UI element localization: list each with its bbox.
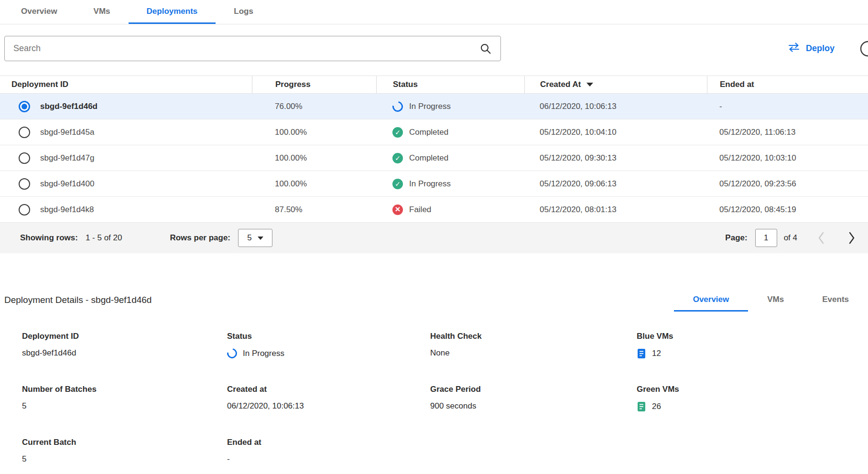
field-number-of-batches: Number of Batches 5 (22, 385, 227, 412)
deploy-button[interactable]: Deploy (788, 43, 835, 54)
status-icon (392, 179, 403, 189)
details-title: Deployment Details - sbgd-9ef1d46d (4, 295, 152, 305)
tab-deployments[interactable]: Deployments (129, 0, 216, 24)
rows-per-page-select[interactable]: 5 (238, 229, 272, 247)
column-header-progress: Progress (252, 76, 376, 93)
radio-button[interactable] (19, 204, 30, 215)
rows-per-page-label: Rows per page: (170, 233, 230, 243)
search-icon (479, 43, 492, 55)
sort-descending-icon (586, 83, 593, 86)
status-label: Completed (409, 153, 448, 163)
tab-vms[interactable]: VMs (76, 0, 129, 24)
table-footer: Showing rows: 1 - 5 of 20 Rows per page:… (0, 223, 868, 253)
rows-per-page-value: 5 (247, 233, 251, 243)
details-tab-overview[interactable]: Overview (674, 289, 749, 312)
in-progress-spinner-icon (225, 346, 239, 360)
previous-page-button[interactable] (817, 231, 825, 245)
deployment-id: sbgd-9ef1d47g (40, 153, 94, 163)
column-header-deployment-id: Deployment ID (0, 76, 252, 93)
progress-value: 100.00% (252, 128, 376, 137)
showing-rows-value: 1 - 5 of 20 (86, 233, 122, 243)
green-vm-icon (637, 401, 646, 412)
field-status: Status In Progress (227, 332, 430, 359)
column-header-status: Status (376, 76, 524, 93)
page-controls: Page: of 4 (725, 229, 856, 247)
created-at-value: 06/12/2020, 10:06:13 (524, 102, 707, 111)
table-header: Deployment ID Progress Status Created At… (0, 75, 868, 94)
progress-value: 87.50% (252, 205, 376, 215)
field-deployment-id: Deployment ID sbgd-9ef1d46d (22, 332, 227, 359)
status-label: Completed (409, 128, 448, 137)
deployments-page: Overview VMs Deployments Logs Deploy Dep… (0, 0, 868, 474)
details-tab-events[interactable]: Events (803, 289, 868, 312)
created-at-value: 05/12/2020, 09:06:13 (524, 179, 707, 189)
table-row[interactable]: sbgd-9ef1d4k8 87.50% Failed 05/12/2020, … (0, 197, 868, 223)
page-label: Page: (725, 233, 747, 243)
created-at-value: 05/12/2020, 10:04:10 (524, 128, 707, 137)
details-tab-bar: Overview VMs Events (674, 289, 868, 312)
status-icon (391, 99, 405, 114)
table-row[interactable]: sbgd-9ef1d46d 76.00% In Progress 06/12/2… (0, 94, 868, 119)
field-current-batch: Current Batch 5 (22, 438, 227, 464)
blue-vm-icon (637, 348, 646, 359)
table-row[interactable]: sbgd-9ef1d400 100.00% In Progress 05/12/… (0, 171, 868, 197)
field-green-vms: Green VMs 26 (637, 385, 868, 412)
column-header-ended-at: Ended at (707, 76, 868, 93)
radio-button[interactable] (19, 127, 30, 138)
status-label: In Progress (409, 102, 451, 111)
status-label: In Progress (409, 179, 451, 189)
ended-at-value: - (707, 102, 868, 111)
progress-value: 100.00% (252, 153, 376, 163)
created-at-value: 05/12/2020, 08:01:13 (524, 205, 707, 215)
status-icon (392, 127, 403, 138)
table-row[interactable]: sbgd-9ef1d47g 100.00% Completed 05/12/20… (0, 145, 868, 171)
progress-value: 100.00% (252, 179, 376, 189)
showing-rows-label: Showing rows: (20, 233, 78, 243)
deployment-id: sbgd-9ef1d45a (40, 128, 94, 137)
deploy-icon (788, 43, 800, 54)
top-tab-bar: Overview VMs Deployments Logs (0, 0, 868, 24)
table-row[interactable]: sbgd-9ef1d45a 100.00% Completed 05/12/20… (0, 119, 868, 145)
column-header-created-at[interactable]: Created At (524, 76, 707, 93)
radio-button[interactable] (19, 178, 30, 190)
deployment-id: sbgd-9ef1d46d (40, 102, 98, 111)
search-box (4, 36, 501, 61)
field-created-at: Created at 06/12/2020, 10:06:13 (227, 385, 430, 412)
ended-at-value: 05/12/2020, 09:23:56 (707, 179, 868, 189)
radio-button[interactable] (19, 152, 30, 164)
deployments-table: Deployment ID Progress Status Created At… (0, 75, 868, 253)
ended-at-value: 05/12/2020, 08:45:19 (707, 205, 868, 215)
field-blue-vms: Blue VMs 12 (637, 332, 868, 359)
search-input[interactable] (13, 43, 479, 54)
deployment-id: sbgd-9ef1d400 (40, 179, 94, 189)
field-ended-at: Ended at - (227, 438, 430, 464)
created-at-value: 05/12/2020, 09:30:13 (524, 153, 707, 163)
next-page-button[interactable] (848, 231, 856, 245)
details-header: Deployment Details - sbgd-9ef1d46d Overv… (0, 289, 868, 312)
field-grace-period: Grace Period 900 seconds (430, 385, 637, 412)
field-health-check: Health Check None (430, 332, 637, 359)
status-icon (392, 153, 403, 163)
page-total: of 4 (784, 233, 797, 243)
refresh-icon[interactable] (859, 40, 868, 58)
status-icon (392, 205, 403, 215)
radio-button[interactable] (19, 101, 30, 112)
tab-logs[interactable]: Logs (216, 0, 271, 24)
page-number-input[interactable] (755, 229, 777, 247)
details-grid: Deployment ID sbgd-9ef1d46d Status In Pr… (0, 332, 868, 464)
details-tab-vms[interactable]: VMs (748, 289, 803, 312)
progress-value: 76.00% (252, 102, 376, 111)
ended-at-value: 05/12/2020, 10:03:10 (707, 153, 868, 163)
deployment-id: sbgd-9ef1d4k8 (40, 205, 94, 215)
chevron-down-icon (258, 237, 263, 240)
tab-overview[interactable]: Overview (3, 0, 76, 24)
status-label: Failed (409, 205, 431, 215)
deploy-label: Deploy (806, 43, 835, 54)
toolbar: Deploy (0, 36, 868, 61)
ended-at-value: 05/12/2020, 11:06:13 (707, 128, 868, 137)
